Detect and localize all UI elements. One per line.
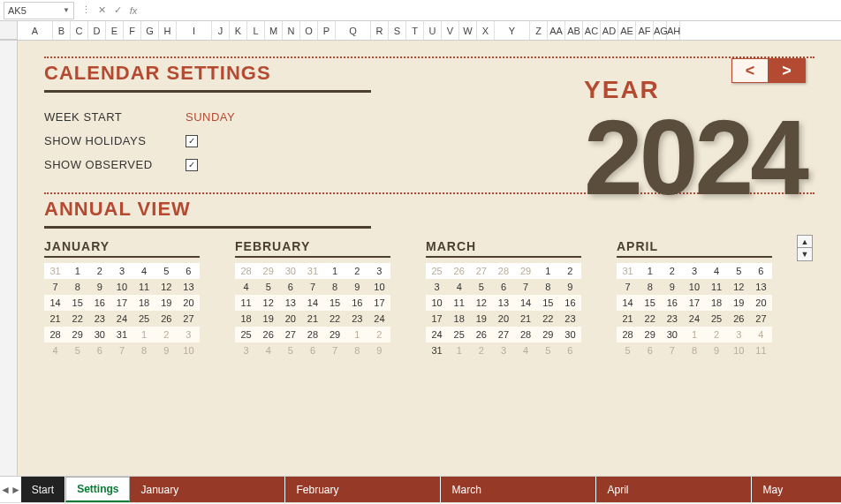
day-cell[interactable]: 29 (639, 327, 661, 342)
day-cell[interactable]: 22 (537, 311, 559, 327)
day-cell[interactable]: 9 (559, 279, 581, 295)
day-cell[interactable]: 7 (301, 279, 323, 295)
day-cell[interactable]: 5 (66, 342, 88, 358)
day-cell[interactable]: 18 (706, 295, 728, 311)
day-cell[interactable]: 28 (492, 263, 514, 279)
day-cell[interactable]: 4 (44, 342, 66, 358)
col-S[interactable]: S (389, 21, 406, 40)
day-cell[interactable]: 12 (257, 295, 279, 311)
enter-icon[interactable]: ✓ (110, 4, 125, 16)
day-cell[interactable]: 16 (661, 295, 683, 311)
day-cell[interactable]: 27 (750, 311, 772, 327)
day-cell[interactable]: 10 (426, 295, 448, 311)
day-cell[interactable]: 4 (235, 279, 257, 295)
day-cell[interactable]: 14 (301, 295, 323, 311)
col-U[interactable]: U (424, 21, 442, 40)
day-cell[interactable]: 31 (301, 263, 323, 279)
day-cell[interactable]: 20 (492, 311, 514, 327)
day-cell[interactable]: 27 (279, 327, 301, 342)
col-AC[interactable]: AC (583, 21, 601, 40)
day-cell[interactable]: 14 (44, 295, 66, 311)
day-cell[interactable]: 1 (448, 342, 470, 358)
day-cell[interactable]: 14 (515, 295, 537, 311)
day-cell[interactable]: 28 (301, 327, 323, 342)
day-cell[interactable]: 15 (537, 295, 559, 311)
day-cell[interactable]: 8 (639, 279, 661, 295)
day-cell[interactable]: 8 (537, 279, 559, 295)
day-cell[interactable]: 31 (426, 342, 448, 358)
day-cell[interactable]: 23 (661, 311, 683, 327)
day-cell[interactable]: 6 (301, 342, 323, 358)
select-all-corner[interactable] (0, 21, 18, 40)
day-cell[interactable]: 22 (639, 311, 661, 327)
day-cell[interactable]: 24 (368, 311, 390, 327)
day-cell[interactable]: 24 (426, 327, 448, 342)
day-cell[interactable]: 20 (279, 311, 301, 327)
col-K[interactable]: K (230, 21, 247, 40)
day-cell[interactable]: 23 (559, 311, 581, 327)
day-cell[interactable]: 11 (750, 342, 772, 358)
day-cell[interactable]: 6 (88, 342, 110, 358)
day-cell[interactable]: 1 (639, 263, 661, 279)
day-cell[interactable]: 26 (155, 311, 178, 327)
day-cell[interactable]: 8 (346, 342, 368, 358)
day-cell[interactable]: 2 (346, 263, 368, 279)
day-cell[interactable]: 2 (368, 327, 390, 342)
day-cell[interactable]: 7 (617, 279, 639, 295)
tab-start[interactable]: Start (21, 477, 65, 502)
day-cell[interactable]: 11 (133, 279, 155, 295)
col-O[interactable]: O (300, 21, 318, 40)
day-cell[interactable]: 26 (470, 327, 492, 342)
day-cell[interactable]: 4 (257, 342, 279, 358)
tab-march[interactable]: March (441, 477, 596, 502)
day-cell[interactable]: 10 (728, 342, 750, 358)
day-cell[interactable]: 30 (559, 327, 581, 342)
col-AE[interactable]: AE (618, 21, 636, 40)
day-cell[interactable]: 6 (279, 279, 301, 295)
day-cell[interactable]: 6 (639, 342, 661, 358)
day-cell[interactable]: 8 (683, 342, 705, 358)
col-M[interactable]: M (265, 21, 283, 40)
col-G[interactable]: G (141, 21, 159, 40)
day-cell[interactable]: 10 (368, 279, 390, 295)
day-cell[interactable]: 17 (683, 295, 705, 311)
col-AG[interactable]: AG (654, 21, 667, 40)
day-cell[interactable]: 5 (155, 263, 178, 279)
col-W[interactable]: W (459, 21, 477, 40)
col-J[interactable]: J (212, 21, 230, 40)
day-cell[interactable]: 31 (110, 327, 133, 342)
col-R[interactable]: R (371, 21, 389, 40)
col-AH[interactable]: AH (667, 21, 680, 40)
show-observed-checkbox[interactable]: ✓ (186, 159, 198, 171)
day-cell[interactable]: 5 (617, 342, 639, 358)
col-T[interactable]: T (406, 21, 424, 40)
spinner-up-icon[interactable]: ▲ (798, 236, 812, 248)
day-cell[interactable]: 14 (617, 295, 639, 311)
day-cell[interactable]: 13 (750, 279, 772, 295)
tab-settings[interactable]: Settings (65, 477, 130, 502)
day-cell[interactable]: 9 (368, 342, 390, 358)
day-cell[interactable]: 29 (66, 327, 88, 342)
day-cell[interactable]: 9 (155, 342, 178, 358)
col-B[interactable]: B (53, 21, 71, 40)
day-cell[interactable]: 26 (728, 311, 750, 327)
day-cell[interactable]: 4 (706, 263, 728, 279)
day-cell[interactable]: 13 (279, 295, 301, 311)
col-V[interactable]: V (442, 21, 459, 40)
day-cell[interactable]: 19 (155, 295, 178, 311)
day-cell[interactable]: 10 (683, 279, 705, 295)
worksheet-canvas[interactable]: < > CALENDAR SETTINGS WEEK START SUNDAY … (18, 41, 841, 476)
day-cell[interactable]: 1 (324, 263, 346, 279)
day-cell[interactable]: 6 (559, 342, 581, 358)
week-start-value[interactable]: SUNDAY (186, 110, 235, 124)
col-N[interactable]: N (283, 21, 300, 40)
col-P[interactable]: P (318, 21, 336, 40)
day-cell[interactable]: 31 (44, 263, 66, 279)
col-L[interactable]: L (247, 21, 265, 40)
day-cell[interactable]: 1 (66, 263, 88, 279)
day-cell[interactable]: 9 (346, 279, 368, 295)
col-AA[interactable]: AA (548, 21, 565, 40)
day-cell[interactable]: 7 (44, 279, 66, 295)
day-cell[interactable]: 1 (346, 327, 368, 342)
day-cell[interactable]: 17 (110, 295, 133, 311)
